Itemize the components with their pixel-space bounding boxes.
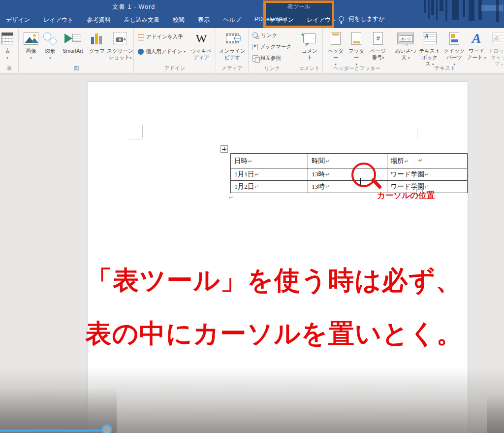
cell-date-2[interactable]: 1月2日↵ xyxy=(231,181,308,193)
comment-icon: + xyxy=(303,33,316,43)
header-button[interactable]: ヘッダー▾ xyxy=(326,30,346,67)
shapes-button[interactable]: 図形▾ xyxy=(41,30,60,61)
footer-button[interactable]: フッター▾ xyxy=(346,30,366,67)
cell-end-mark: ↵ xyxy=(255,171,259,178)
bookmark-icon xyxy=(252,44,258,50)
magnifier-circle-annotation xyxy=(351,163,376,187)
online-video-button[interactable]: オンライン ビデオ xyxy=(219,30,246,61)
screenshot-button[interactable]: + スクリーン ショット▾ xyxy=(107,30,133,61)
chart-icon xyxy=(91,33,103,44)
tab-review[interactable]: 校閲 xyxy=(173,16,185,24)
document-page[interactable]: 日時↵ 時間↵ 場所↵ 1月1日↵ 13時↵ ワード学園↵ 1月2日↵ 13時↵… xyxy=(88,82,468,433)
overlay-text-line1: 「表ツール」を使う時は必ず、 xyxy=(86,263,462,299)
tab-references[interactable]: 参考資料 xyxy=(87,16,111,24)
group-text: あいさつ あいさつ 文 ▾ A テキスト ボックス ▾ クイック パーツ▾ A … xyxy=(391,28,504,73)
cell-end-mark: ↵ xyxy=(255,184,259,190)
wikipedia-button[interactable]: W ウィキペ ディア xyxy=(189,30,214,61)
ribbon-insert: 表▾ 表 画像▾ 図形▾ SmartArt グラフ + ス xyxy=(0,28,504,74)
cell-date-1[interactable]: 1月1日↵ xyxy=(231,168,308,181)
margin-mark xyxy=(129,139,142,139)
group-caption-media: メディア xyxy=(216,65,248,72)
cursor-position-label: カーソルの位置 xyxy=(377,190,435,201)
group-addins: アドインを入手 個人用アドイン ▾ W ウィキペ ディア アドイン xyxy=(134,28,216,73)
cell-end-mark: ↵ xyxy=(325,184,330,190)
tab-design[interactable]: デザイン xyxy=(6,16,30,24)
ribbon-tab-row: デザイン レイアウト 参考資料 差し込み文書 校閲 表示 ヘルプ PDFelem… xyxy=(6,16,301,24)
smartart-button[interactable]: SmartArt xyxy=(60,30,86,54)
tab-view[interactable]: 表示 xyxy=(198,16,210,24)
group-caption-text: テキスト xyxy=(415,65,474,72)
my-addins-button[interactable]: 個人用アドイン ▾ xyxy=(138,48,186,55)
cell-end-mark: ↵ xyxy=(425,171,429,178)
cell-end-mark: ↵ xyxy=(248,158,252,165)
drop-cap-icon: A xyxy=(492,33,504,44)
group-links: リンク ブックマーク 相互参照 リンク xyxy=(249,28,296,73)
link-button[interactable]: リンク xyxy=(252,32,277,39)
comment-button[interactable]: + コメント xyxy=(299,30,320,61)
bookmark-button[interactable]: ブックマーク xyxy=(252,43,291,50)
video-progress-knob[interactable] xyxy=(101,424,112,433)
pictures-button[interactable]: 画像▾ xyxy=(21,30,41,61)
group-caption-illustrations: 図 xyxy=(19,65,133,72)
cell-end-mark: ↵ xyxy=(425,184,429,190)
quick-parts-button[interactable]: クイック パーツ▾ xyxy=(441,30,467,67)
group-caption-links: リンク xyxy=(249,65,296,72)
tell-me-label: 何をしますか xyxy=(348,15,384,23)
smartart-icon xyxy=(64,32,81,45)
group-caption-tables: 表 xyxy=(0,65,18,72)
cell-end-mark: ↵ xyxy=(405,158,409,165)
group-caption-header-footer: ヘッダーとフッター xyxy=(323,65,391,72)
table-move-handle[interactable] xyxy=(220,145,228,153)
header-icon xyxy=(331,32,341,45)
table-button[interactable]: 表▾ xyxy=(0,30,18,61)
cell-place-1[interactable]: ワード学園↵ xyxy=(387,168,467,181)
footer-icon xyxy=(351,32,361,45)
word-window: 文書 1 - Word 表ツール デザイン レイアウト 参考資料 差し込み文書 … xyxy=(0,0,504,433)
video-progress-bar[interactable] xyxy=(0,430,110,432)
cross-reference-icon xyxy=(252,55,258,62)
table-icon xyxy=(1,33,13,44)
table-tools-highlight-box xyxy=(263,0,334,28)
quick-parts-icon xyxy=(449,32,459,45)
cell-header-time[interactable]: 時間↵ xyxy=(308,154,387,168)
page-number-button[interactable]: # ページ 番号▾ xyxy=(367,30,389,61)
tab-help[interactable]: ヘルプ xyxy=(223,16,241,24)
tab-layout[interactable]: レイアウト xyxy=(43,16,73,24)
wikipedia-icon: W xyxy=(196,33,207,44)
cross-reference-button[interactable]: 相互参照 xyxy=(252,55,281,62)
group-media: オンライン ビデオ メディア xyxy=(216,28,249,73)
group-illustrations: 画像▾ 図形▾ SmartArt グラフ + スクリーン ショット▾ 図 xyxy=(19,28,134,73)
chart-button[interactable]: グラフ xyxy=(87,30,107,54)
word-art-icon: A xyxy=(472,32,481,45)
text-box-button[interactable]: A テキスト ボックス ▾ xyxy=(418,30,441,67)
my-addins-icon xyxy=(138,49,144,55)
row-end-mark: ↵ xyxy=(418,170,423,177)
greeting-icon: あいさつ xyxy=(397,33,414,44)
document-table[interactable]: 日時↵ 時間↵ 場所↵ 1月1日↵ 13時↵ ワード学園↵ 1月2日↵ 13時↵… xyxy=(230,153,468,193)
table-row[interactable]: 1月1日↵ 13時↵ ワード学園↵ xyxy=(231,168,468,181)
row-end-mark: ↵ xyxy=(418,157,423,164)
text-box-icon: A xyxy=(423,33,437,44)
online-video-icon xyxy=(226,33,239,43)
row-end-mark: ↵ xyxy=(418,183,423,190)
link-icon xyxy=(252,33,259,39)
pictures-icon xyxy=(24,32,38,45)
tab-mailings[interactable]: 差し込み文書 xyxy=(124,16,160,24)
get-addins-icon xyxy=(138,34,144,40)
document-title: 文書 1 - Word xyxy=(112,3,155,11)
greeting-button[interactable]: あいさつ あいさつ 文 ▾ xyxy=(394,30,417,61)
tell-me-box[interactable]: 何をしますか xyxy=(339,15,384,23)
document-canvas: 日時↵ 時間↵ 場所↵ 1月1日↵ 13時↵ ワード学園↵ 1月2日↵ 13時↵… xyxy=(0,74,504,433)
page-number-icon: # xyxy=(373,32,383,45)
title-bar: 文書 1 - Word 表ツール デザイン レイアウト 参考資料 差し込み文書 … xyxy=(0,0,504,28)
cell-header-date[interactable]: 日時↵ xyxy=(231,154,308,168)
word-art-button[interactable]: A ワード アート ▾ xyxy=(466,30,487,61)
table-row[interactable]: 日時↵ 時間↵ 場所↵ xyxy=(231,154,468,168)
cell-header-place[interactable]: 場所↵ xyxy=(387,154,467,168)
group-caption-comments: コメント xyxy=(296,65,322,72)
drop-cap-button[interactable]: A ドロップ キャップ ▾ xyxy=(488,30,504,67)
margin-mark xyxy=(142,125,143,138)
group-comments: + コメント コメント xyxy=(296,28,323,73)
group-caption-addins: アドイン xyxy=(134,65,216,72)
get-addins-button[interactable]: アドインを入手 xyxy=(138,33,183,40)
